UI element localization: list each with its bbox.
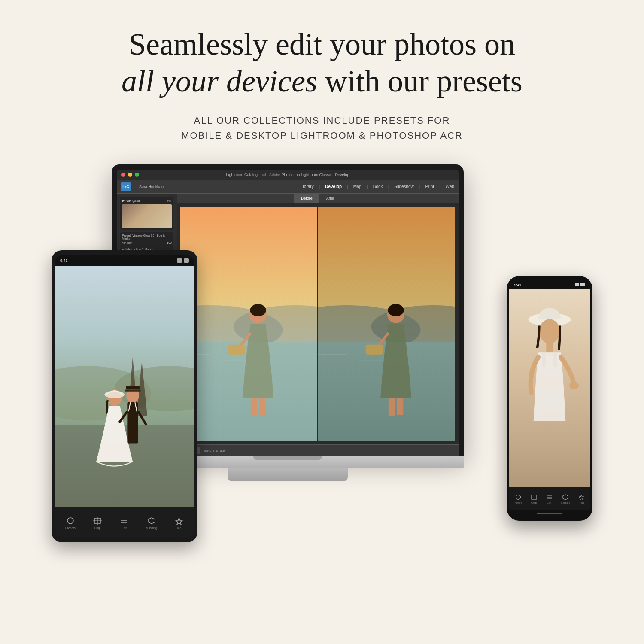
svg-point-57 — [569, 382, 579, 389]
navigator-label: ▶ Navigator — [122, 199, 140, 203]
svg-rect-13 — [259, 398, 265, 415]
after-button[interactable]: After — [319, 194, 341, 203]
nav-sep3: | — [367, 184, 368, 189]
headline-line1: Seamlessly edit your photos on — [122, 26, 522, 63]
phone-heal-label: Heal — [579, 501, 584, 504]
tablet-status-bar: 9:41 — [55, 255, 194, 266]
phone-tool-masking[interactable]: Masking — [560, 494, 570, 504]
preset-name-label: Preset: Vintage Glow 05 - Lou & Marks — [122, 234, 172, 240]
svg-rect-54 — [546, 343, 553, 352]
phone-toolbar: Presets Crop Edit — [509, 487, 590, 510]
svg-rect-56 — [553, 352, 557, 367]
tablet-photo-image — [55, 266, 194, 507]
svg-rect-59 — [532, 495, 537, 499]
phone-status-icons — [575, 283, 585, 286]
svg-point-43 — [67, 518, 73, 524]
heal-label: Heal — [176, 526, 182, 529]
photo-before — [180, 207, 317, 441]
main-photo-area: Before After — [177, 194, 459, 456]
svg-marker-50 — [148, 518, 155, 524]
phone-tool-heal[interactable]: Heal — [577, 494, 585, 504]
headline-normal-part: with our presets — [317, 64, 522, 98]
svg-rect-25 — [389, 398, 395, 416]
masking-icon — [147, 516, 156, 525]
subtitle-line1: ALL OUR COLLECTIONS INCLUDE PRESETS FOR — [181, 113, 463, 128]
nav-print[interactable]: Print — [425, 184, 434, 189]
wifi-icon — [177, 258, 182, 263]
tablet-tool-edit[interactable]: Edit — [119, 516, 129, 529]
navigator-header: ▶ Navigator FIT — [122, 199, 172, 203]
tablet-screen: 9:41 — [55, 255, 194, 537]
phone-edit-icon — [545, 494, 553, 501]
amount-value: 100 — [167, 241, 172, 244]
crop-label: Crop — [94, 526, 100, 529]
phone-tool-crop[interactable]: Crop — [530, 494, 538, 504]
svg-rect-26 — [397, 398, 403, 415]
amount-row: Amount 100 — [122, 241, 172, 244]
navigator-fit: FIT — [167, 199, 172, 202]
app-menubar: LrC Sara Houlihan Library | Develop | Ma… — [117, 180, 459, 194]
amount-slider[interactable] — [134, 243, 165, 243]
svg-point-8 — [250, 304, 266, 316]
tablet-tool-masking[interactable]: Masking — [146, 516, 157, 529]
svg-marker-63 — [563, 495, 568, 500]
phone-photo — [509, 289, 590, 487]
svg-rect-12 — [251, 398, 257, 416]
laptop-notch — [253, 456, 322, 460]
phone-presets-label: Presets — [514, 501, 522, 504]
laptop-titlebar: Lightroom Catalog.lrcat - Adobe Photosho… — [117, 170, 459, 180]
signal-icon — [575, 283, 579, 286]
tablet-tool-heal[interactable]: Heal — [174, 516, 184, 529]
subtitle: ALL OUR COLLECTIONS INCLUDE PRESETS FOR … — [181, 113, 463, 143]
masking-label: Masking — [146, 526, 157, 529]
tablet-status-icons — [177, 258, 189, 263]
before-button[interactable]: Before — [294, 194, 319, 203]
presets-icon — [66, 516, 75, 525]
tablet-body: 9:41 — [52, 250, 197, 542]
before-after-bar: Before After — [177, 194, 459, 203]
tablet-toolbar: Presets Crop — [55, 507, 194, 537]
nav-library[interactable]: Library — [301, 184, 314, 189]
phone-tool-presets[interactable]: Presets — [514, 494, 522, 504]
phone-body: 9:41 — [507, 276, 592, 521]
minimize-button-dot[interactable] — [128, 173, 132, 177]
navigator-panel: ▶ Navigator FIT — [120, 197, 173, 230]
nav-book[interactable]: Book — [373, 184, 383, 189]
svg-point-34 — [104, 391, 125, 398]
tablet: 9:41 — [52, 250, 197, 542]
phone-edit-label: Edit — [547, 501, 551, 504]
lr-logo: LrC — [121, 182, 131, 191]
heal-icon — [174, 516, 184, 525]
nav-map[interactable]: Map — [353, 184, 361, 189]
crop-icon — [93, 516, 102, 525]
photo-after — [318, 207, 455, 441]
battery-icon — [580, 283, 585, 286]
user-info: Sara Houlihan — [139, 185, 164, 189]
nav-sep2: | — [347, 184, 348, 189]
nav-slideshow[interactable]: Slideshow — [394, 184, 414, 189]
nav-sep1: | — [319, 184, 320, 189]
svg-rect-37 — [125, 390, 141, 392]
amount-label: Amount — [122, 241, 132, 244]
close-button-dot[interactable] — [121, 173, 125, 177]
tablet-tool-presets[interactable]: Presets — [65, 516, 76, 529]
tablet-photo — [55, 266, 194, 507]
phone-crop-label: Crop — [531, 501, 537, 504]
headline-line2: all your devices with our presets — [122, 63, 522, 100]
tablet-time: 9:41 — [60, 258, 68, 263]
navigator-thumbnail — [122, 204, 172, 228]
svg-point-53 — [539, 319, 560, 343]
photo-comparison — [177, 203, 459, 444]
edit-label: Edit — [122, 526, 127, 529]
presets-label: Presets — [65, 526, 76, 529]
phone-tool-edit[interactable]: Edit — [545, 494, 553, 504]
page: Seamlessly edit your photos on all your … — [0, 0, 644, 644]
tablet-tool-icons-row: Presets Crop — [57, 516, 192, 529]
ba-dropdown[interactable]: Before & After... — [204, 449, 228, 453]
maximize-button-dot[interactable] — [135, 173, 139, 177]
svg-point-58 — [516, 495, 520, 499]
nav-sep5: | — [419, 184, 420, 189]
nav-develop[interactable]: Develop — [325, 184, 342, 189]
nav-web[interactable]: Web — [446, 184, 454, 189]
tablet-tool-crop[interactable]: Crop — [93, 516, 102, 529]
